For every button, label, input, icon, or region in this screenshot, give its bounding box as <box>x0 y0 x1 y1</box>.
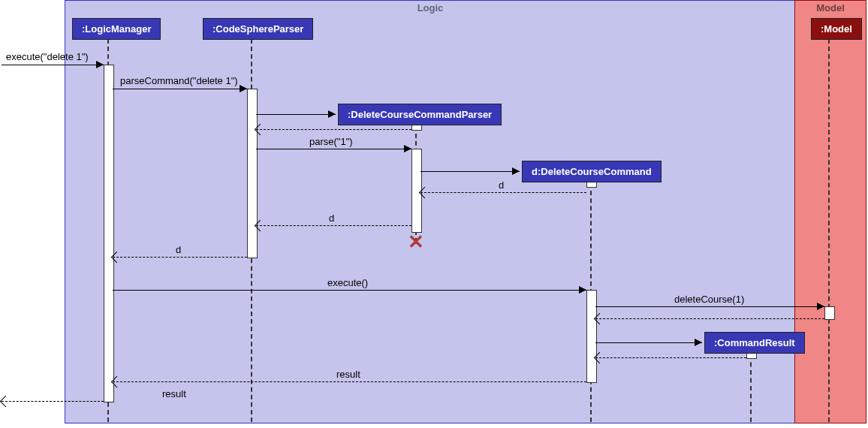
arrow-icon <box>404 145 411 152</box>
arrow-icon <box>328 110 336 118</box>
msg-execute-delete1-label: execute("delete 1") <box>6 51 89 62</box>
msg-result1 <box>113 381 586 382</box>
logic-manager-head: :LogicManager <box>72 18 161 40</box>
logic-manager-label: :LogicManager <box>82 23 151 35</box>
arrow-icon <box>512 167 520 175</box>
msg-d-return2 <box>256 225 411 226</box>
msg-d-return1-label: d <box>499 179 504 191</box>
msg-result1-label: result <box>336 369 360 380</box>
model-lifeline <box>828 39 830 422</box>
commandresult-lifeline <box>750 354 752 422</box>
destroy-icon: ✕ <box>408 231 424 254</box>
msg-parsecommand-label: parseCommand("delete 1") <box>120 75 238 86</box>
msg-result2 <box>2 401 104 402</box>
logic-module: Logic <box>65 0 796 423</box>
arrow-icon <box>96 61 104 68</box>
model-module-label: Model <box>816 2 845 14</box>
msg-d-return3 <box>113 257 247 258</box>
commandresult-label: :CommandResult <box>714 337 795 348</box>
arrow-icon <box>579 286 586 294</box>
arrow-icon <box>695 339 702 346</box>
msg-create-dcc <box>420 171 520 172</box>
deletecoursecmd-label: d:DeleteCourseCommand <box>532 166 652 177</box>
deletecoursecmd-head: d:DeleteCourseCommand <box>522 161 662 182</box>
msg-deletecourse <box>595 306 824 307</box>
msg-create-dccp-return <box>256 129 411 130</box>
deletecourseparser-label: :DeleteCourseCommandParser <box>348 109 492 120</box>
msg-d-return3-label: d <box>176 244 181 255</box>
codesphereparser-label: :CodeSphereParser <box>212 23 303 35</box>
msg-parsecommand <box>113 89 247 89</box>
msg-execute-label: execute() <box>327 277 368 288</box>
msg-create-dccp <box>256 114 336 115</box>
msg-execute <box>113 290 586 291</box>
model-label: :Model <box>821 23 852 35</box>
model-activation <box>824 306 835 320</box>
deletecourseparser-head: :DeleteCourseCommandParser <box>338 104 502 125</box>
model-head: :Model <box>811 18 862 40</box>
model-module: Model <box>794 0 866 423</box>
msg-parse1 <box>256 149 411 149</box>
msg-result2-label: result <box>162 388 186 399</box>
msg-create-cr <box>595 342 702 343</box>
msg-deletecourse-label: deleteCourse(1) <box>674 294 744 305</box>
msg-d-return1 <box>420 192 586 193</box>
deletecoursecmd-activation2 <box>586 290 597 383</box>
sequence-diagram: Logic Model :LogicManager :CodeSpherePar… <box>0 0 868 428</box>
arrow-icon <box>0 396 11 408</box>
msg-deletecourse-return <box>595 318 824 319</box>
commandresult-head: :CommandResult <box>704 332 805 354</box>
msg-parse1-label: parse("1") <box>309 136 353 147</box>
msg-execute-delete1 <box>2 65 104 65</box>
msg-d-return2-label: d <box>329 212 334 224</box>
codesphereparser-head: :CodeSphereParser <box>203 18 313 40</box>
logic-module-label: Logic <box>417 2 444 14</box>
msg-cr-return <box>595 357 746 358</box>
arrow-icon <box>817 303 824 310</box>
logicmanager-activation <box>104 65 114 402</box>
arrow-icon <box>240 85 247 92</box>
